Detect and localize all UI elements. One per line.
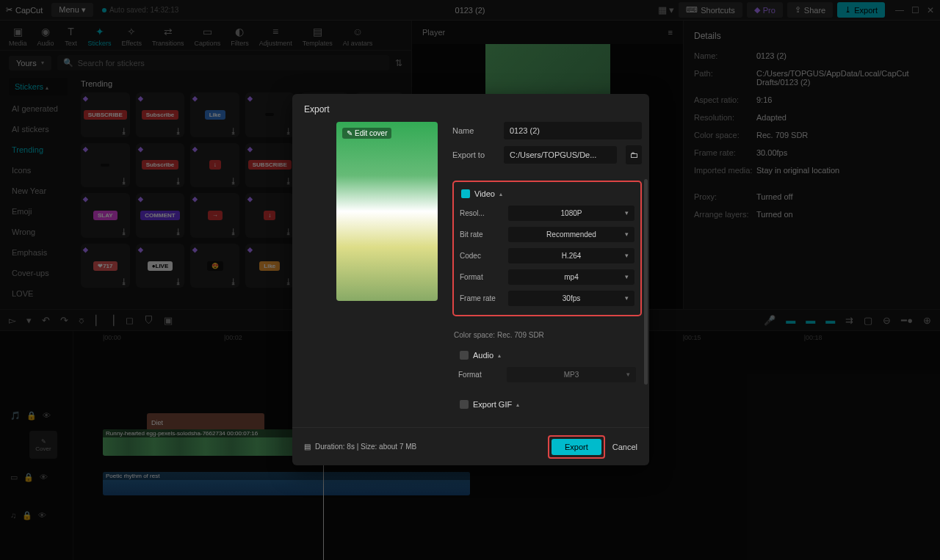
close-icon[interactable]: ✕ — [927, 5, 934, 15]
download-icon[interactable]: ⭳ — [230, 277, 237, 286]
track2-icon[interactable]: ▭ — [10, 473, 18, 482]
export-button-top[interactable]: ⤓Export — [837, 2, 885, 18]
track-lock-icon[interactable]: 🔒 — [26, 411, 37, 421]
tab-adjustment[interactable]: ≡Adjustment — [259, 25, 292, 47]
audio-section-toggle[interactable]: Audio ▴ — [458, 351, 636, 360]
tab-effects[interactable]: ✧Effects — [122, 25, 142, 47]
cat-trending[interactable]: Trending — [9, 139, 73, 160]
cat-love[interactable]: LOVE — [9, 283, 73, 304]
download-icon[interactable]: ⭳ — [120, 177, 128, 185]
cat-stickers[interactable]: Stickers ▴ — [9, 78, 68, 95]
sticker-item[interactable]: ◆⭳ — [81, 143, 130, 188]
pro-button[interactable]: ◆Pro — [747, 2, 783, 18]
export-path-input[interactable] — [504, 146, 617, 164]
gif-section-toggle[interactable]: Export GIF ▴ — [458, 400, 636, 409]
link-icon[interactable]: ⇉ — [845, 315, 853, 326]
minimize-icon[interactable]: — — [895, 5, 904, 15]
tab-templates[interactable]: ▤Templates — [303, 25, 333, 47]
share-button[interactable]: ⇪Share — [787, 2, 833, 18]
download-icon[interactable]: ⭳ — [175, 228, 182, 236]
menu-button[interactable]: Menu ▾ — [51, 3, 93, 17]
resolution-select[interactable]: 1080P — [508, 206, 634, 221]
export-confirm-button[interactable]: Export — [552, 439, 601, 455]
download-icon[interactable]: ⭳ — [230, 228, 237, 236]
sticker-item[interactable]: ◆⭳ — [245, 92, 294, 137]
cat-new-year[interactable]: New Year — [9, 181, 73, 201]
shield-icon[interactable]: ⛉ — [144, 315, 153, 326]
search-input[interactable] — [78, 59, 383, 68]
undo-icon[interactable]: ↶ — [42, 315, 50, 326]
video-checkbox[interactable] — [461, 189, 470, 198]
tab-filters[interactable]: ◐Filters — [231, 25, 249, 47]
sticker-item[interactable]: ◆😍⭳ — [190, 244, 239, 288]
cat-wrong[interactable]: Wrong — [9, 222, 73, 242]
tab-text[interactable]: TText — [65, 25, 78, 47]
select-mode-icon[interactable]: ▾ — [26, 315, 32, 326]
tab-media[interactable]: ▣Media — [9, 25, 27, 47]
audio-visible-icon[interactable]: 👁 — [38, 511, 46, 520]
tab-ai-avatars[interactable]: ☺AI avatars — [343, 25, 373, 47]
audio-checkbox[interactable] — [460, 351, 469, 360]
download-icon[interactable]: ⭳ — [285, 228, 292, 236]
zoom-out-icon[interactable]: ⊖ — [883, 315, 891, 326]
audio-clip[interactable]: Poetic rhythm of rest — [103, 472, 470, 495]
gif-checkbox[interactable] — [460, 400, 469, 409]
player-menu-icon[interactable]: ≡ — [668, 28, 673, 37]
redo-icon[interactable]: ↷ — [60, 315, 68, 326]
cat-emphasis[interactable]: Emphasis — [9, 242, 73, 263]
cover-thumb[interactable]: ✎Cover — [29, 431, 57, 459]
layout-icon[interactable]: ▦ ▾ — [658, 4, 675, 15]
cat-ai-stickers[interactable]: AI stickers — [9, 119, 73, 139]
split-icon[interactable]: ⎏ — [79, 315, 84, 326]
tab-stickers[interactable]: ✦Stickers — [88, 25, 112, 47]
sticker-item[interactable]: ◆↓⭳ — [190, 143, 239, 188]
sticker-item[interactable]: ◆COMMENT⭳ — [136, 193, 185, 238]
trim-right-icon[interactable]: ⎥ — [110, 315, 115, 326]
audio-format-select[interactable]: MP3 — [507, 367, 636, 382]
sticker-item[interactable]: ◆SUBSCRIBE⭳ — [245, 143, 294, 188]
codec-select[interactable]: H.264 — [508, 248, 634, 263]
sticker-item[interactable]: ◆Like⭳ — [245, 244, 294, 288]
mic-icon[interactable]: 🎤 — [764, 315, 776, 326]
download-icon[interactable]: ⭳ — [120, 228, 128, 236]
shortcuts-button[interactable]: ⌨Shortcuts — [679, 2, 742, 18]
cat-coverups[interactable]: Cover-ups — [9, 263, 73, 283]
sticker-search[interactable]: 🔍 — [57, 55, 389, 70]
zoom-in-icon[interactable]: ⊕ — [923, 315, 931, 326]
bitrate-select[interactable]: Recommended — [508, 227, 634, 242]
download-icon[interactable]: ⭳ — [285, 127, 292, 135]
cancel-button[interactable]: Cancel — [612, 443, 637, 451]
video-section-toggle[interactable]: Video ▴ — [460, 189, 634, 198]
download-icon[interactable]: ⭳ — [175, 177, 182, 185]
format-select[interactable]: mp4 — [508, 269, 634, 285]
tab-transitions[interactable]: ⇄Transitions — [152, 25, 184, 47]
sticker-item[interactable]: ◆SUBSCRIBE⭳ — [81, 92, 130, 137]
cat-emoji[interactable]: Emoji — [9, 201, 73, 222]
audio-lock-icon[interactable]: 🔒 — [22, 511, 32, 520]
download-icon[interactable]: ⭳ — [175, 127, 182, 135]
export-name-input[interactable] — [504, 122, 642, 139]
framerate-select[interactable]: 30fps — [508, 291, 634, 306]
sticker-item[interactable]: ◆→⭳ — [190, 193, 239, 238]
sort-button[interactable]: ⇅ — [395, 58, 402, 68]
download-icon[interactable]: ⭳ — [120, 277, 128, 286]
cat-icons[interactable]: Icons — [9, 160, 73, 181]
track-mute-icon[interactable]: 🎵 — [10, 411, 21, 421]
sticker-item[interactable]: ◆↓⭳ — [245, 193, 294, 238]
marker3-icon[interactable]: ▬ — [825, 315, 835, 326]
marker2-icon[interactable]: ▬ — [806, 315, 815, 326]
track-visible-icon[interactable]: 👁 — [43, 411, 51, 420]
sticker-item[interactable]: ◆Subscribe⭳ — [136, 143, 185, 188]
sticker-item[interactable]: ◆SLAY⭳ — [81, 193, 130, 238]
browse-folder-button[interactable]: 🗀 — [626, 145, 642, 164]
crop-icon[interactable]: ◻ — [126, 315, 134, 326]
zoom-slider[interactable]: ━● — [901, 315, 913, 326]
audio-track-icon[interactable]: ♫ — [10, 511, 16, 520]
sticker-item[interactable]: ◆Like⭳ — [190, 92, 239, 137]
sticker-item[interactable]: ◆❤717⭳ — [81, 244, 130, 288]
marker1-icon[interactable]: ▬ — [786, 315, 795, 326]
download-icon[interactable]: ⭳ — [230, 127, 237, 135]
download-icon[interactable]: ⭳ — [285, 277, 292, 286]
cat-ai-generated[interactable]: AI generated — [9, 98, 73, 119]
edit-cover-button[interactable]: ✎Edit cover — [342, 128, 391, 139]
